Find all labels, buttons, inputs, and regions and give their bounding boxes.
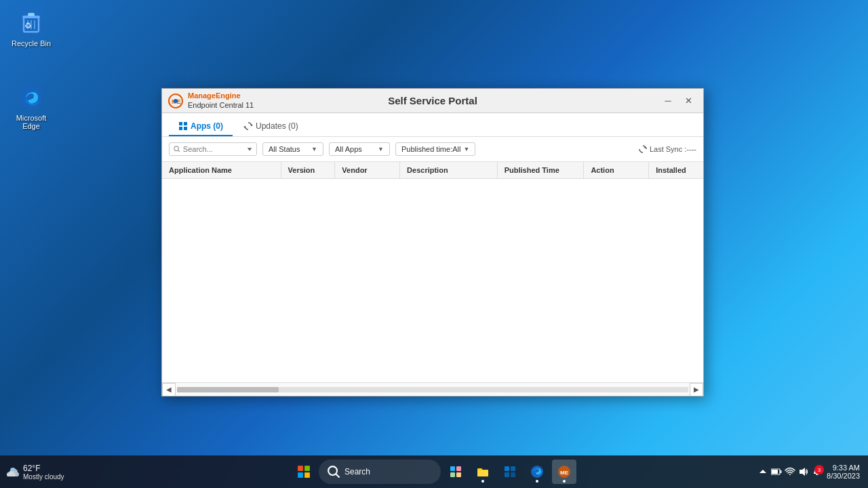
svg-point-10 [174,99,178,103]
notification-count: 3 [814,465,824,474]
sync-info: Last Sync :---- [639,145,696,153]
store-button[interactable] [498,460,522,484]
weather-desc: Mostly cloudy [23,473,64,481]
me-taskbar-icon: ME [557,465,571,479]
search-icon [174,145,180,153]
col-app-name: Application Name [162,162,281,178]
svg-rect-20 [304,466,310,471]
svg-rect-27 [450,472,455,477]
sync-label: Last Sync :---- [650,145,696,153]
wifi-icon [785,466,795,477]
svg-text:♻: ♻ [24,21,32,30]
scroll-right-btn[interactable]: ▶ [690,383,703,396]
svg-marker-36 [760,470,766,473]
table-body [162,179,703,314]
svg-rect-38 [781,470,782,473]
volume-icon[interactable] [798,466,809,477]
col-version: Version [281,162,336,178]
logo-brand: ManageEngine [188,92,254,100]
window-controls: ─ ✕ [566,94,698,108]
svg-point-23 [328,466,337,475]
col-description: Description [400,162,498,178]
svg-rect-21 [298,472,303,478]
taskbar-search-label: Search [344,467,370,476]
svg-rect-14 [184,127,187,130]
system-tray: 3 [757,466,823,477]
folder-icon [476,465,490,479]
recycle-bin-icon[interactable]: ♻ Recycle Bin [7,7,56,50]
recycle-bin-image: ♻ [18,9,45,37]
svg-marker-40 [800,468,805,476]
temperature: 62°F [23,464,64,473]
minimize-button[interactable]: ─ [658,94,677,108]
window-logo: ME ManageEngine Endpoint Central 11 [167,92,300,109]
apps-filter-label: All Apps [335,145,362,153]
search-input-wrap[interactable] [169,142,257,156]
logo-text: ManageEngine Endpoint Central 11 [188,92,254,109]
app-window: ME ManageEngine Endpoint Central 11 Self… [161,88,704,396]
time-filter-label: Published time:All [401,145,460,153]
battery-icon [771,468,782,476]
status-filter-chevron: ▼ [311,146,317,152]
svg-rect-39 [772,470,778,474]
speaker-icon [798,466,809,477]
window-title: Self Service Portal [300,95,566,106]
svg-line-16 [178,150,180,152]
weather-icon [5,464,20,479]
tabs-bar: Apps (0) Updates (0) [162,113,703,137]
logo-product: Endpoint Central 11 [188,101,254,110]
start-button[interactable] [292,460,316,484]
sync-icon [639,145,647,153]
recycle-bin-label: Recycle Bin [12,39,51,47]
scroll-track[interactable] [177,387,688,392]
search-input[interactable] [183,145,244,153]
svg-point-7 [20,87,42,108]
svg-rect-32 [511,472,515,477]
taskbar-search[interactable]: Search [319,460,441,484]
svg-text:ME: ME [560,470,569,476]
svg-rect-22 [304,472,310,478]
window-body: Apps (0) Updates (0) [162,113,703,396]
network-icon[interactable] [785,466,795,477]
status-filter[interactable]: All Status ▼ [262,142,323,156]
scroll-left-btn[interactable]: ◀ [162,383,176,396]
apps-filter[interactable]: All Apps ▼ [329,142,390,156]
svg-rect-12 [184,122,187,125]
edge-desktop-label: MicrosoftEdge [16,114,47,130]
svg-rect-19 [298,466,303,471]
svg-point-15 [174,146,179,151]
me-logo-icon: ME [167,93,184,109]
close-button[interactable]: ✕ [679,94,698,108]
col-installed: Installed [649,162,703,178]
file-explorer-button[interactable] [471,460,495,484]
col-vendor: Vendor [335,162,400,178]
show-hidden-btn[interactable] [757,466,768,477]
horizontal-scrollbar: ◀ ▶ [162,382,703,396]
svg-line-24 [336,474,340,478]
weather-widget[interactable]: 62°F Mostly cloudy [0,464,70,481]
chevron-up-icon [760,468,766,475]
tab-updates[interactable]: Updates (0) [234,117,308,136]
me-taskbar-button[interactable]: ME [552,460,576,484]
search-dropdown-icon [247,146,252,152]
taskbar-center: Search [292,460,576,484]
time-filter[interactable]: Published time:All ▼ [395,142,475,156]
power-icon[interactable] [771,466,782,477]
svg-rect-31 [505,472,509,477]
clock-date: 8/30/2023 [827,472,860,480]
svg-rect-30 [511,466,515,471]
edge-taskbar-button[interactable] [525,460,549,484]
svg-rect-28 [456,472,461,477]
windows-icon [297,465,311,479]
widget-button[interactable] [443,460,468,484]
edge-desktop-icon[interactable]: MicrosoftEdge [7,81,56,133]
clock[interactable]: 9:33 AM 8/30/2023 [827,464,860,480]
tab-apps[interactable]: Apps (0) [169,117,233,136]
edge-active-dot [536,480,538,483]
svg-rect-26 [456,466,461,471]
clock-time: 9:33 AM [833,464,860,472]
notification-btn[interactable]: 3 [812,466,823,477]
svg-point-33 [531,466,543,478]
svg-rect-13 [179,127,182,130]
scroll-thumb[interactable] [177,387,279,392]
